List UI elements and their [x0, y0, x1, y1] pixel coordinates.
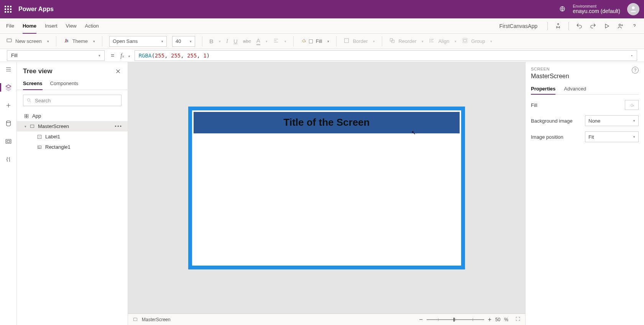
tree-view-title: Tree view [23, 67, 53, 75]
props-object-name: MasterScreen [531, 73, 569, 80]
tree-view-icon[interactable] [5, 84, 12, 92]
strike-button[interactable]: abc [243, 38, 251, 44]
prop-imgpos-select[interactable]: Fit▾ [585, 131, 639, 142]
data-icon[interactable] [5, 120, 12, 128]
app-header: Power Apps Environment enayu.com (defaul… [0, 0, 644, 18]
svg-rect-21 [133, 318, 137, 320]
redo-icon[interactable] [590, 23, 596, 30]
app-display-name: FirstCanvasApp [499, 23, 540, 29]
menu-bar: File Home Insert View Action FirstCanvas… [0, 18, 644, 34]
tree-node-masterscreen[interactable]: ▾ MasterScreen ••• [17, 121, 128, 131]
props-type-label: SCREEN [531, 67, 569, 71]
new-screen-button[interactable]: New screen▾ [6, 38, 49, 45]
search-placeholder: Search [35, 98, 51, 103]
bold-button[interactable]: B▾ [209, 38, 221, 44]
zoom-in-button[interactable]: + [488, 316, 491, 323]
ribbon: New screen▾ Theme▾ Open Sans▾ 40▾ B▾ I U… [0, 34, 644, 49]
status-bar: MasterScreen − + 50 % [128, 314, 525, 325]
tree-node-app[interactable]: App [17, 111, 128, 121]
svg-rect-13 [25, 114, 26, 116]
italic-button[interactable]: I [226, 38, 228, 44]
insert-icon[interactable] [5, 102, 12, 110]
tree-node-rect1-label: Rectangle1 [45, 144, 71, 150]
theme-button[interactable]: Theme▾ [63, 38, 95, 45]
tree-search-input[interactable]: Search [23, 95, 122, 106]
fill-button[interactable]: Fill▾ [301, 38, 330, 45]
svg-rect-16 [27, 116, 28, 118]
prop-bg-label: Background image [531, 118, 572, 124]
divider [547, 22, 548, 30]
app-checker-icon[interactable] [555, 23, 562, 30]
prop-fill-swatch[interactable] [625, 100, 639, 110]
chevron-down-icon[interactable]: ▾ [25, 125, 26, 128]
tree-tab-components[interactable]: Components [50, 77, 79, 90]
menu-tab-insert[interactable]: Insert [45, 18, 58, 33]
screen-surface[interactable] [194, 112, 460, 264]
tree-node-label1-label: Label1 [45, 134, 60, 140]
formula-input[interactable]: RGBA(255, 255, 255, 1) ▾ [135, 50, 637, 61]
user-avatar[interactable] [627, 3, 639, 15]
underline-button[interactable]: U [233, 38, 238, 44]
svg-rect-17 [30, 125, 34, 127]
prop-imgpos-value: Fit [588, 134, 594, 140]
help-icon[interactable] [631, 23, 638, 30]
environment-picker[interactable]: Environment enayu.com (default) [573, 4, 620, 14]
tree-tab-screens[interactable]: Screens [23, 77, 43, 90]
svg-rect-8 [464, 39, 467, 42]
border-button[interactable]: Border▾ [343, 38, 375, 45]
canvas-screen[interactable]: Title of the Screen ↖ [188, 107, 465, 269]
tools-icon[interactable] [5, 156, 12, 164]
svg-point-1 [632, 7, 634, 9]
font-family-value: Open Sans [113, 38, 138, 44]
font-color-button[interactable]: A▾ [256, 37, 268, 45]
prop-bg-value: None [588, 118, 600, 124]
menu-tab-home[interactable]: Home [23, 19, 36, 34]
label1[interactable]: Title of the Screen [284, 117, 370, 128]
zoom-value: 50 [495, 317, 500, 322]
media-icon[interactable] [5, 138, 12, 146]
properties-panel: SCREEN MasterScreen ? Properties Advance… [525, 62, 644, 325]
menu-tab-action[interactable]: Action [85, 18, 99, 33]
tree-view-panel: Tree view Screens Components Search App … [17, 62, 128, 325]
prop-bg-select[interactable]: None▾ [585, 115, 639, 126]
svg-rect-6 [392, 40, 394, 43]
tree-node-screen-label: MasterScreen [38, 123, 69, 129]
close-icon[interactable] [115, 68, 122, 75]
environment-name: enayu.com (default) [573, 8, 620, 14]
menu-tab-view[interactable]: View [66, 18, 77, 33]
more-icon[interactable]: ••• [115, 123, 122, 129]
tree-node-rectangle1[interactable]: Rectangle1 [17, 142, 128, 152]
reorder-button[interactable]: Reorder▾ [389, 38, 424, 45]
svg-rect-7 [463, 38, 467, 43]
svg-rect-10 [6, 140, 11, 144]
tree-node-label1[interactable]: Label1 [17, 131, 128, 142]
font-size-select[interactable]: 40▾ [172, 36, 195, 47]
zoom-slider[interactable] [427, 319, 484, 320]
svg-rect-5 [390, 39, 393, 41]
fit-screen-icon[interactable] [515, 316, 521, 323]
text-align-button[interactable]: ▾ [273, 38, 286, 45]
undo-icon[interactable] [576, 23, 583, 30]
property-select[interactable]: Fill▾ [7, 50, 105, 61]
hamburger-icon[interactable] [5, 66, 12, 74]
equals-sign: = [109, 52, 116, 59]
help-icon[interactable]: ? [632, 67, 639, 74]
group-button[interactable]: Group▾ [462, 38, 492, 45]
canvas-area: Title of the Screen ↖ MasterScreen − + 5… [128, 62, 525, 325]
status-screen-name: MasterScreen [142, 317, 171, 322]
align-button[interactable]: Align▾ [429, 38, 457, 45]
fx-icon[interactable]: fx ▾ [120, 52, 130, 59]
group-label: Group [471, 38, 485, 44]
share-icon[interactable] [617, 23, 624, 30]
zoom-out-button[interactable]: − [419, 316, 422, 323]
props-tab-properties[interactable]: Properties [531, 84, 555, 95]
menu-tab-file[interactable]: File [6, 18, 14, 33]
props-tab-advanced[interactable]: Advanced [564, 84, 586, 94]
cursor-icon: ↖ [411, 130, 416, 136]
app-launcher-icon[interactable] [5, 6, 12, 13]
play-icon[interactable] [603, 23, 610, 30]
svg-rect-15 [25, 116, 26, 118]
rectangle1[interactable]: Title of the Screen [194, 112, 460, 133]
search-icon [26, 98, 32, 103]
font-family-select[interactable]: Open Sans▾ [109, 36, 167, 47]
